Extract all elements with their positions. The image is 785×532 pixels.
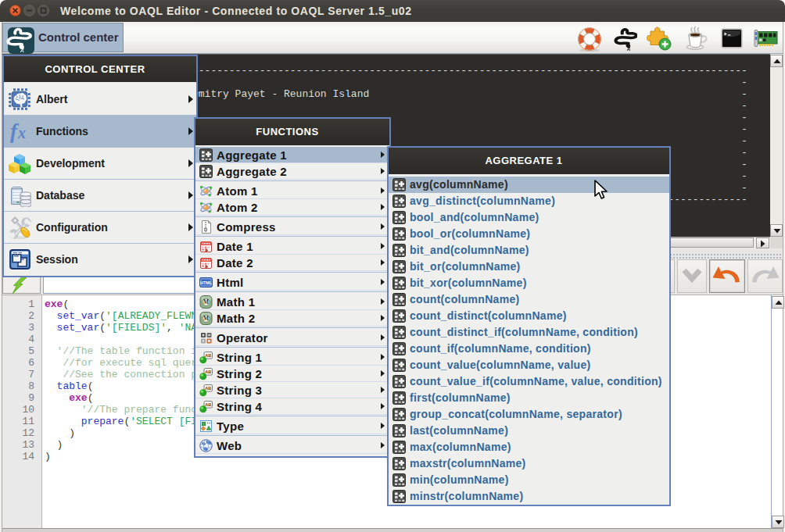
svg-text:HTML: HTML [200, 280, 213, 285]
svg-text:AB: AB [205, 370, 211, 374]
svg-text:AB: AB [205, 402, 211, 407]
svg-text:M: M [203, 298, 209, 305]
svg-text:AB: AB [205, 353, 211, 358]
svg-text:AB: AB [205, 386, 211, 391]
svg-text:x: x [17, 124, 26, 141]
svg-text:M: M [203, 315, 209, 322]
